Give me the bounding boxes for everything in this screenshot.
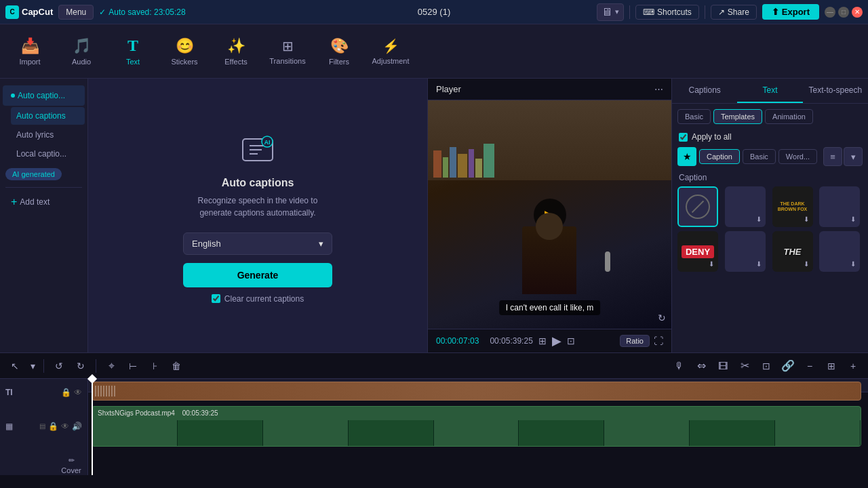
plus-icon: +	[11, 196, 17, 208]
zoom-in-button[interactable]: +	[844, 357, 863, 375]
close-button[interactable]: ✕	[852, 7, 863, 18]
toolbar-stickers[interactable]: 😊 Stickers	[160, 28, 209, 75]
toolbar-transitions[interactable]: ⊞ Transitions	[263, 28, 312, 75]
filter-caption[interactable]: Caption	[699, 149, 740, 164]
apply-all-label: Apply to all	[692, 132, 732, 142]
cursor-tool[interactable]: ↖	[5, 357, 24, 375]
caption-item-none[interactable]	[677, 186, 718, 227]
toolbar-filters[interactable]: 🎨 Filters	[315, 28, 363, 75]
microphone-button[interactable]: 🎙	[670, 357, 689, 375]
logo-icon: C	[5, 5, 19, 19]
caption-item-the[interactable]: THE ⬇	[772, 231, 813, 272]
menu-button[interactable]: Menu	[58, 5, 94, 20]
zoom-out-button[interactable]: −	[800, 357, 819, 375]
caption-item-deny[interactable]: DENY ⬇	[677, 231, 718, 272]
eye2-icon[interactable]: 👁	[61, 422, 69, 431]
star-filter-button[interactable]: ★	[677, 147, 696, 166]
toolbar-import[interactable]: 📥 Import	[5, 28, 54, 75]
filter-basic[interactable]: Basic	[743, 149, 776, 164]
filter-word[interactable]: Word...	[778, 149, 817, 164]
grid-view-button[interactable]: ⊞	[538, 336, 547, 346]
play-button[interactable]: ▶	[552, 333, 561, 348]
subtab-basic[interactable]: Basic	[677, 109, 711, 124]
sidebar-item-local-captions[interactable]: Local captio...	[11, 145, 85, 163]
filter-sort-button[interactable]: ≡	[823, 147, 842, 166]
stickers-icon: 😊	[176, 37, 194, 55]
toolbar-divider2	[96, 359, 96, 373]
download-icon: ⬇	[850, 260, 856, 268]
generate-button[interactable]: Generate	[183, 263, 332, 287]
cover-label[interactable]: ✏ Cover	[54, 456, 88, 474]
expand-button[interactable]: ⊞	[822, 357, 841, 375]
transitions-icon: ⊞	[282, 38, 294, 54]
filter-tabs-row: ★ Caption Basic Word... ≡ ▾	[672, 144, 868, 169]
right-panel-tabs: Captions Text Text-to-speech	[672, 79, 868, 104]
fit-timeline-button[interactable]: ⊡	[757, 357, 776, 375]
video-track[interactable]: ShxtsNGigs Podcast.mp4 00:05:39:25	[92, 406, 861, 447]
playhead[interactable]	[92, 379, 93, 475]
redo-button[interactable]: ↻	[71, 357, 90, 375]
local-captions-label: Local captio...	[16, 149, 66, 159]
fullscreen-button[interactable]: ⛶	[654, 336, 663, 346]
caption-track[interactable]	[92, 382, 861, 401]
sidebar-item-auto-captions[interactable]: Auto captio...	[3, 85, 85, 106]
delete-button[interactable]: 🗑	[167, 357, 186, 375]
fit-button[interactable]: ⊡	[567, 336, 575, 346]
lock-icon[interactable]: 🔒	[61, 388, 71, 397]
share-button[interactable]: ↗ Share	[711, 5, 757, 20]
magnet-button[interactable]: 🔗	[778, 357, 797, 375]
split-v-button[interactable]: ⊢	[123, 357, 142, 375]
clear-captions-checkbox[interactable]	[212, 294, 220, 303]
download-icon: ⬇	[756, 216, 762, 223]
language-select[interactable]: English ▾	[183, 232, 332, 255]
cover-text: Cover	[61, 466, 81, 474]
subtab-templates[interactable]: Templates	[713, 109, 762, 124]
toolbar-effects[interactable]: ✨ Effects	[212, 28, 260, 75]
download-icon: ⬇	[804, 260, 809, 268]
shortcuts-button[interactable]: ⌨ Shortcuts	[635, 5, 699, 20]
video-button[interactable]: 🎞	[713, 357, 732, 375]
cut-button[interactable]: ✂	[735, 357, 754, 375]
eye-icon[interactable]: 👁	[74, 388, 82, 397]
lock2-icon[interactable]: 🔒	[48, 422, 58, 431]
split-h-button[interactable]: ⊦	[145, 357, 164, 375]
toolbar-text[interactable]: T Text	[108, 28, 157, 75]
rotate-icon[interactable]: ↻	[658, 312, 666, 323]
player-menu-icon[interactable]: ⋯	[654, 84, 663, 94]
cursor-dropdown[interactable]: ▾	[27, 357, 38, 375]
main-area: Auto captio... Auto captions Auto lyrics…	[0, 79, 868, 352]
video-filename: ShxtsNGigs Podcast.mp4 00:05:39:25	[98, 409, 218, 417]
monitor-control[interactable]: 🖥 ▾	[597, 3, 624, 21]
caption-item-style7[interactable]: ⬇	[819, 231, 860, 272]
tab-text[interactable]: Text	[737, 79, 802, 103]
ai-generated-chip[interactable]: AI generated	[5, 168, 62, 180]
toolbar-adjustment[interactable]: ⚡ Adjustment	[366, 28, 415, 75]
chevron-down-icon: ▾	[319, 239, 323, 249]
sidebar-item-auto-captions-page[interactable]: Auto captions	[11, 107, 85, 125]
caption-item-style1[interactable]: ⬇	[725, 186, 766, 227]
caption-item-style5[interactable]: ⬇	[725, 231, 766, 272]
frame	[775, 420, 861, 446]
maximize-button[interactable]: □	[838, 7, 849, 18]
sidebar-item-auto-lyrics[interactable]: Auto lyrics	[11, 126, 85, 144]
sidebar-item-add-text[interactable]: + Add text	[3, 190, 85, 214]
undo-button[interactable]: ↺	[50, 357, 68, 375]
clear-captions-control[interactable]: Clear current captions	[212, 294, 304, 304]
caption-item-dark-brown-fox[interactable]: THE DARKBROWN FOX ⬇	[772, 186, 813, 227]
video-duration: 00:05:39:25	[182, 409, 218, 417]
apply-all-checkbox[interactable]	[679, 133, 688, 142]
link-button[interactable]: ⇔	[692, 357, 711, 375]
tab-text-to-speech[interactable]: Text-to-speech	[803, 79, 868, 103]
subtab-animation[interactable]: Animation	[765, 109, 813, 124]
tab-captions[interactable]: Captions	[672, 79, 737, 103]
minimize-button[interactable]: —	[825, 7, 835, 18]
tracks-area: 03:00 06:00 09:00 12:00 15:00	[88, 379, 868, 475]
caption-item-style3[interactable]: ⬇	[819, 186, 860, 227]
svg-text:AI: AI	[264, 139, 271, 146]
audio-icon[interactable]: 🔊	[72, 422, 82, 431]
split-button[interactable]: ⌖	[102, 357, 121, 375]
ratio-button[interactable]: Ratio	[620, 335, 650, 347]
export-button[interactable]: ⬆ Export	[762, 4, 819, 20]
toolbar-audio[interactable]: 🎵 Audio	[57, 28, 106, 75]
filter-dropdown-button[interactable]: ▾	[844, 147, 863, 166]
